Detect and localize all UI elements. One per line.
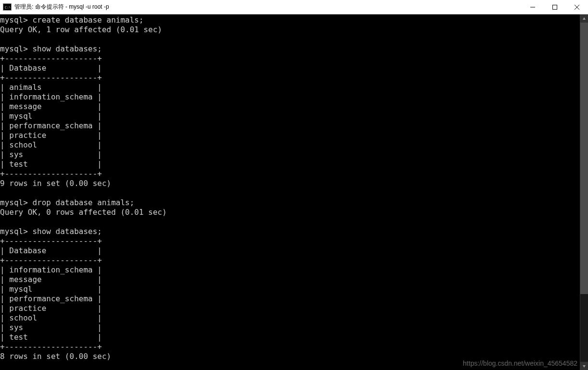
terminal-area: mysql> create database animals; Query OK… xyxy=(0,14,588,370)
scroll-up-button[interactable] xyxy=(580,14,588,23)
prompt: mysql> xyxy=(0,198,28,207)
table-header: Database xyxy=(9,246,46,255)
scrollbar[interactable] xyxy=(580,14,588,370)
table-row: information_schema xyxy=(9,92,92,101)
command: create database animals; xyxy=(32,15,143,25)
result-line: Query OK, 0 rows affected (0.01 sec) xyxy=(0,208,167,217)
svg-rect-2 xyxy=(553,5,557,9)
cmd-icon: C:\ xyxy=(3,3,12,11)
table-row: message xyxy=(9,102,41,111)
table-row: mysql xyxy=(9,284,32,294)
window-controls xyxy=(522,0,588,14)
table-row: performance_schema xyxy=(9,121,92,130)
table-row: school xyxy=(9,313,37,322)
result-line: Query OK, 1 row affected (0.01 sec) xyxy=(0,25,162,34)
command: show databases; xyxy=(32,227,102,236)
prompt: mysql> xyxy=(0,15,28,25)
table-row: sys xyxy=(9,150,23,159)
window-title: 管理员: 命令提示符 - mysql -u root -p xyxy=(14,3,522,11)
table-row: message xyxy=(9,275,41,284)
terminal-output[interactable]: mysql> create database animals; Query OK… xyxy=(0,14,580,370)
table-row: animals xyxy=(9,83,41,92)
result-line: 9 rows in set (0.00 sec) xyxy=(0,179,111,188)
command: drop database animals; xyxy=(32,198,134,207)
table-row: information_schema xyxy=(9,265,92,274)
svg-marker-6 xyxy=(583,365,586,368)
table-row: practice xyxy=(9,131,46,140)
table-row: test xyxy=(9,160,28,169)
command: show databases; xyxy=(32,44,102,53)
prompt: mysql> xyxy=(0,44,28,53)
table-row: sys xyxy=(9,323,23,332)
table-row: school xyxy=(9,140,37,149)
table-row: practice xyxy=(9,304,46,313)
minimize-button[interactable] xyxy=(522,0,544,14)
result-line: 8 rows in set (0.00 sec) xyxy=(0,352,111,361)
close-button[interactable] xyxy=(566,0,588,14)
svg-text:C:\: C:\ xyxy=(5,6,10,10)
table-header: Database xyxy=(9,63,46,73)
table-row: mysql xyxy=(9,111,32,121)
svg-marker-5 xyxy=(583,17,586,20)
scroll-down-button[interactable] xyxy=(580,362,588,370)
maximize-button[interactable] xyxy=(544,0,566,14)
titlebar: C:\ 管理员: 命令提示符 - mysql -u root -p xyxy=(0,0,588,14)
table-row: performance_schema xyxy=(9,294,92,303)
table-row: test xyxy=(9,333,28,342)
scrollbar-thumb[interactable] xyxy=(580,23,588,294)
prompt: mysql> xyxy=(0,227,28,236)
scrollbar-track[interactable] xyxy=(580,23,588,362)
